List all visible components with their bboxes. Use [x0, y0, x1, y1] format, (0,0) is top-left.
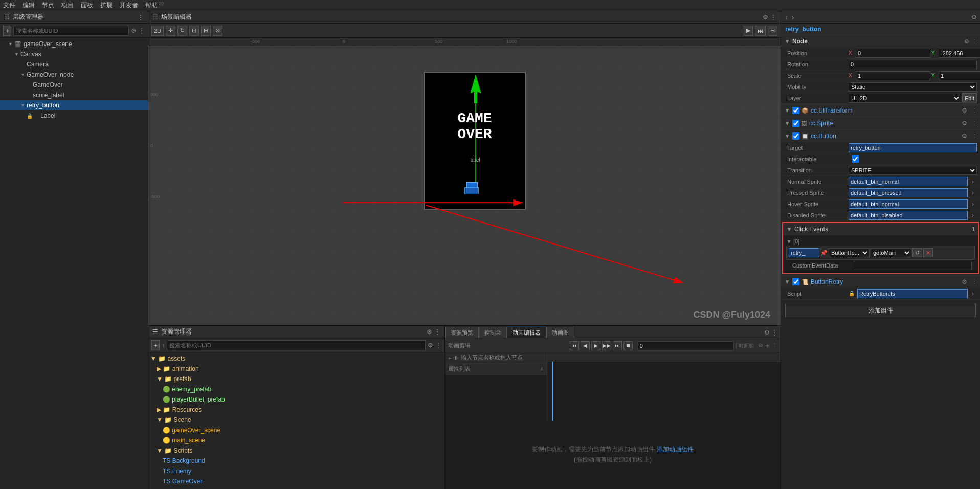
btn-play-anim[interactable]: ▶ [591, 341, 600, 350]
btn-stop-anim[interactable]: ⏹ [623, 341, 633, 350]
layer-select[interactable]: UI_2D [849, 94, 961, 103]
hierarchy-more2-icon[interactable]: ⋮ [139, 27, 145, 34]
button-header[interactable]: ▼ 🔲 cc.Button ⚙ ⋮ [781, 130, 980, 142]
prop-back-btn[interactable]: ‹ [784, 13, 789, 21]
asset-add-btn[interactable]: + [151, 340, 160, 350]
hover-sprite-arrow[interactable]: › [969, 201, 977, 208]
btn-play[interactable]: ▶ [744, 26, 753, 36]
sprite-header[interactable]: ▼ 🖼 cc.Sprite ⚙ ⋮ [781, 117, 980, 129]
normal-sprite-arrow[interactable]: › [969, 178, 977, 185]
tree-node-Camera[interactable]: Camera [0, 59, 148, 70]
asset-Enemy[interactable]: TS Enemy [148, 466, 444, 476]
asset-more-icon[interactable]: ⋮ [434, 328, 440, 336]
anim-options-icon[interactable]: ⚙ [758, 342, 763, 349]
asset-prefab-folder[interactable]: ▼ 📁 prefab [148, 374, 444, 384]
hierarchy-search[interactable] [13, 26, 129, 36]
script-input[interactable] [857, 289, 968, 298]
track-vis-icon[interactable]: 👁 [453, 355, 459, 361]
asset-search[interactable] [167, 340, 426, 350]
button-enabled[interactable] [792, 132, 799, 140]
btn-next-frame[interactable]: ▶▶ [602, 341, 611, 350]
sprite-enabled[interactable] [792, 120, 799, 127]
btn-last-frame[interactable]: ⏭ [613, 341, 622, 350]
uitransform-more[interactable]: ⋮ [971, 107, 977, 114]
custom-event-input[interactable] [854, 261, 972, 270]
scene-more-icon[interactable]: ⋮ [770, 14, 776, 21]
tab-anim-editor[interactable]: 动画编辑器 [507, 327, 546, 338]
import-icon[interactable]: ↑ [162, 342, 165, 348]
menu-dev[interactable]: 开发者 [120, 1, 138, 10]
asset-scene-folder[interactable]: ▼ 📁 Scene [148, 415, 444, 425]
btn-move[interactable]: ✛ [166, 26, 175, 36]
asset-Background[interactable]: TS Background [148, 456, 444, 466]
button-interactable-checkbox[interactable] [852, 155, 859, 163]
disabled-sprite-input[interactable] [849, 211, 968, 220]
event-target-icon[interactable]: 📌 [820, 250, 828, 256]
anim-more-icon[interactable]: ⋮ [771, 329, 777, 336]
rotation-input[interactable] [849, 60, 977, 69]
asset-animation[interactable]: ▶ 📁 animation [148, 364, 444, 374]
button-retry-header[interactable]: ▼ 📜 ButtonRetry ⚙ ⋮ [781, 276, 980, 288]
normal-sprite-input[interactable] [849, 177, 968, 186]
asset-resources[interactable]: ▶ 📁 Resources [148, 405, 444, 415]
tab-console[interactable]: 控制台 [479, 327, 507, 338]
event-component-select[interactable]: ButtonRe... [829, 248, 870, 257]
uitransform-enabled[interactable] [792, 107, 799, 114]
menu-node[interactable]: 节点 [42, 1, 54, 10]
sprite-more[interactable]: ⋮ [971, 120, 977, 127]
position-y-input[interactable] [939, 49, 980, 58]
btn-scale[interactable]: ⊡ [189, 26, 199, 36]
menu-project[interactable]: 项目 [61, 1, 74, 10]
event-target-input[interactable] [789, 248, 819, 257]
uitransform-header[interactable]: ▼ 📦 cc.UITransform ⚙ ⋮ [781, 104, 980, 117]
tree-node-Label[interactable]: 🔒 Label [0, 110, 148, 121]
script-arrow[interactable]: › [969, 290, 977, 297]
pressed-sprite-arrow[interactable]: › [969, 189, 977, 196]
anim-add-link[interactable]: 添加动画组件 [657, 446, 694, 453]
button-retry-enabled[interactable] [792, 278, 799, 285]
position-x-input[interactable] [856, 49, 930, 58]
asset-settings-icon[interactable]: ⚙ [427, 328, 432, 336]
asset-GameOver[interactable]: TS GameOver [148, 476, 444, 486]
layer-edit-btn[interactable]: Edit [962, 93, 977, 103]
asset-gameover-scene[interactable]: 🟡 gameOver_scene [148, 425, 444, 435]
scale-x-input[interactable] [856, 71, 930, 80]
track-add-icon[interactable]: + [448, 355, 451, 361]
btn-transform[interactable]: ⊠ [213, 26, 222, 36]
scene-settings-icon[interactable]: ⚙ [763, 14, 768, 21]
anim-time-input[interactable] [638, 341, 734, 350]
node-section-header[interactable]: ▼ Node ⚙ ⋮ [781, 35, 980, 48]
anim-more2-icon[interactable]: ⋮ [772, 342, 777, 349]
pressed-sprite-input[interactable] [849, 188, 968, 197]
asset-settings2-icon[interactable]: ⚙ [428, 342, 433, 349]
btn-snap[interactable]: ⊟ [768, 26, 777, 36]
uitransform-gear[interactable]: ⚙ [962, 107, 967, 114]
asset-assets[interactable]: ▼ 📁 assets [148, 353, 444, 364]
tree-node-GameOver[interactable]: GameOver [0, 80, 148, 90]
btn-2d[interactable]: 2D [151, 26, 164, 36]
btn-rect[interactable]: ⊞ [201, 26, 211, 36]
node-settings-icon[interactable]: ⚙ [964, 38, 969, 45]
hover-sprite-input[interactable] [849, 199, 968, 209]
tab-anim-graph[interactable]: 动画图 [546, 327, 574, 338]
event-delete-btn[interactable]: ✕ [923, 248, 933, 257]
disabled-sprite-arrow[interactable]: › [969, 212, 977, 219]
hierarchy-settings-icon[interactable]: ⚙ [131, 27, 137, 34]
add-component-btn[interactable]: 添加组件 [785, 304, 976, 317]
asset-GlobalData[interactable]: TS GlobalData [148, 486, 444, 489]
scene-viewport[interactable]: 500 0 -500 [148, 46, 781, 325]
tree-node-score-label[interactable]: score_label [0, 90, 148, 100]
asset-scripts-folder[interactable]: ▼ 📁 Scripts [148, 446, 444, 456]
mobility-select[interactable]: Static [849, 82, 977, 92]
tree-node-retry-button[interactable]: ▼ retry_button [0, 100, 148, 110]
button-more[interactable]: ⋮ [971, 133, 977, 140]
button-gear[interactable]: ⚙ [962, 132, 967, 140]
anim-settings-icon[interactable]: ⚙ [764, 329, 770, 336]
anim-expand-icon[interactable]: ⊞ [765, 342, 770, 349]
prop-settings-icon[interactable]: ⚙ [971, 14, 977, 21]
button-target-input[interactable] [849, 143, 977, 152]
asset-playerBullet-prefab[interactable]: 🟢 playerBullet_prefab [148, 394, 444, 405]
tree-node-Canvas[interactable]: ▼ Canvas [0, 49, 148, 59]
hierarchy-more[interactable]: ⋮ [138, 14, 144, 21]
scale-y-input[interactable] [939, 71, 980, 80]
